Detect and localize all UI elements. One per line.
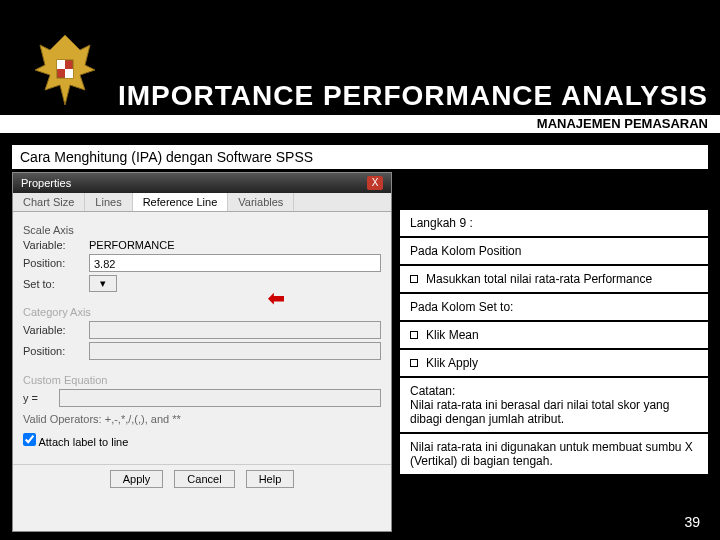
cat-position-label: Position: [23, 345, 83, 357]
apply-button[interactable]: Apply [110, 470, 164, 488]
subtitle-bar: MANAJEMEN PEMASARAN [0, 115, 720, 133]
y-equals-label: y = [23, 392, 53, 404]
variable-value: PERFORMANCE [89, 239, 175, 251]
tab-lines[interactable]: Lines [85, 193, 132, 211]
bullet-icon [410, 331, 418, 339]
equation-input [59, 389, 381, 407]
scale-axis-group: Scale Axis [23, 224, 381, 236]
custom-eq-group: Custom Equation [23, 374, 381, 386]
note-block-2: Nilai rata-rata ini digunakan untuk memb… [400, 434, 708, 474]
position-heading: Pada Kolom Position [400, 238, 708, 264]
position-item: Masukkan total nilai rata-rata Performan… [400, 266, 708, 292]
tab-reference-line[interactable]: Reference Line [133, 193, 229, 211]
cat-position-input [89, 342, 381, 360]
category-axis-group: Category Axis [23, 306, 381, 318]
main-title: IMPORTANCE PERFORMANCE ANALYSIS [118, 80, 708, 112]
note-block-1: Catatan: Nilai rata-rata ini berasal dar… [400, 378, 708, 432]
help-button[interactable]: Help [246, 470, 295, 488]
position-label: Position: [23, 257, 83, 269]
setto-heading: Pada Kolom Set to: [400, 294, 708, 320]
tab-chart-size[interactable]: Chart Size [13, 193, 85, 211]
arrow-icon: ⬅ [268, 286, 285, 310]
cancel-button[interactable]: Cancel [174, 470, 234, 488]
tab-bar: Chart Size Lines Reference Line Variable… [13, 193, 391, 212]
bullet-icon [410, 275, 418, 283]
position-input[interactable]: 3.82 [89, 254, 381, 272]
attach-label-text: Attach label to line [38, 436, 128, 448]
setto-button[interactable]: ▾ [89, 275, 117, 292]
step-label: Langkah 9 : [400, 210, 708, 236]
section-title: Cara Menghitung (IPA) dengan Software SP… [12, 145, 708, 169]
setto-label: Set to: [23, 278, 83, 290]
setto-item-1: Klik Mean [400, 322, 708, 348]
cat-variable-label: Variable: [23, 324, 83, 336]
svg-rect-1 [57, 60, 65, 69]
variable-label: Variable: [23, 239, 83, 251]
page-number: 39 [684, 514, 700, 530]
cat-variable-input [89, 321, 381, 339]
window-title: Properties [21, 177, 71, 189]
bullet-icon [410, 359, 418, 367]
instructions-panel: Langkah 9 : Pada Kolom Position Masukkan… [400, 210, 708, 476]
attach-label-checkbox[interactable] [23, 433, 36, 446]
svg-rect-2 [65, 69, 73, 78]
tab-variables[interactable]: Variables [228, 193, 294, 211]
setto-item-2: Klik Apply [400, 350, 708, 376]
spss-properties-window: Properties X Chart Size Lines Reference … [12, 172, 392, 532]
valid-operators-text: Valid Operators: +,-,*,/,(,), and ** [23, 413, 381, 425]
garuda-emblem [30, 30, 100, 110]
close-icon[interactable]: X [367, 176, 383, 190]
